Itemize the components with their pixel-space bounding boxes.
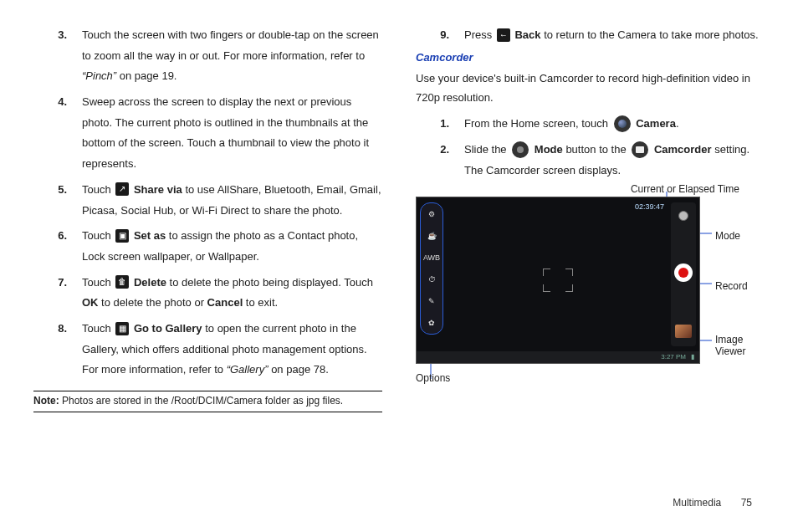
note-rule-top [33, 391, 382, 391]
options-sidebar[interactable]: ⚙☕AWB⏱✎✿ [420, 202, 443, 335]
right-column: 9. Press ← Back to return to the Camera … [416, 25, 765, 416]
footer-page: 75 [741, 497, 752, 509]
sidebar-option-0[interactable]: ⚙ [426, 208, 437, 220]
image-viewer-thumb[interactable] [675, 325, 692, 338]
item-number: 3. [33, 25, 82, 87]
status-clock: 3:27 PM [661, 353, 686, 361]
camcorder-icon [632, 141, 648, 158]
item-number: 7. [33, 273, 82, 314]
left-column: 3.Touch the screen with two fingers or d… [33, 25, 382, 416]
label-image-viewer: ImageViewer [715, 334, 745, 357]
share-icon: ↗ [115, 182, 129, 196]
sidebar-option-4[interactable]: ✎ [426, 295, 437, 307]
elapsed-time: 02:39:47 [635, 202, 664, 211]
list-item: 4.Sweep across the screen to display the… [33, 92, 382, 175]
camcorder-screenshot-wrap: Current or Elapsed Time 02:39:47 ⚙☕AWB⏱✎… [416, 197, 765, 364]
setas-icon: ▣ [115, 229, 129, 243]
item-number: 8. [33, 319, 82, 381]
item-text: From the Home screen, touch Camera. [464, 114, 765, 135]
right-controls [671, 202, 696, 346]
label-record: Record [715, 280, 748, 292]
sidebar-option-2[interactable]: AWB [426, 252, 437, 263]
mode-icon [512, 141, 529, 158]
delete-icon: 🗑 [115, 275, 129, 289]
list-item: 1.From the Home screen, touch Camera. [416, 114, 765, 135]
left-list: 3.Touch the screen with two fingers or d… [33, 25, 382, 381]
item-number: 4. [33, 92, 82, 175]
gallery-icon: ▦ [115, 322, 129, 335]
mode-toggle[interactable] [678, 211, 688, 221]
list-item: 3.Touch the screen with two fingers or d… [33, 25, 382, 87]
camcorder-intro: Use your device's built-in Camcorder to … [416, 69, 765, 108]
record-button[interactable] [674, 263, 693, 282]
list-item: 6.Touch ▣ Set as to assign the photo as … [33, 226, 382, 267]
item-number: 1. [416, 114, 464, 135]
item-text: Touch ↗ Share via to use AllShare, Bluet… [82, 180, 382, 221]
list-item: 2.Slide the Mode button to the Camcorder… [416, 140, 765, 181]
note-rule-bottom [33, 412, 382, 412]
sidebar-option-5[interactable]: ✿ [426, 317, 437, 329]
item-number: 6. [33, 226, 82, 267]
status-bar: 3:27 PM ▮ [417, 351, 699, 363]
step-9-text: Press ← Back to return to the Camera to … [464, 25, 765, 46]
item-text: Touch 🗑 Delete to delete the photo being… [82, 273, 382, 314]
battery-icon: ▮ [691, 353, 694, 361]
sidebar-option-1[interactable]: ☕ [426, 230, 437, 242]
list-item: 8.Touch ▦ Go to Gallery to open the curr… [33, 319, 382, 381]
storage-note: Note: Photos are stored in the /Root/DCI… [33, 395, 382, 407]
item-number: 5. [33, 180, 82, 221]
note-text: Photos are stored in the /Root/DCIM/Came… [62, 395, 343, 407]
label-elapsed: Current or Elapsed Time [631, 183, 739, 195]
label-mode: Mode [715, 230, 740, 242]
note-label: Note: [33, 395, 59, 407]
item-text: Sweep across the screen to display the n… [82, 92, 382, 175]
list-item: 5.Touch ↗ Share via to use AllShare, Blu… [33, 180, 382, 221]
page-footer: Multimedia 75 [673, 497, 752, 509]
footer-section: Multimedia [673, 497, 721, 509]
item-text: Touch the screen with two fingers or dou… [82, 25, 382, 87]
sidebar-option-3[interactable]: ⏱ [426, 274, 437, 285]
camcorder-screenshot: 02:39:47 ⚙☕AWB⏱✎✿ 3:27 PM ▮ [416, 197, 700, 364]
step-9: 9. Press ← Back to return to the Camera … [416, 25, 765, 46]
item-number: 2. [416, 140, 464, 181]
list-item: 7.Touch 🗑 Delete to delete the photo bei… [33, 273, 382, 314]
item-text: Touch ▦ Go to Gallery to open the curren… [82, 319, 382, 381]
camcorder-steps: 1.From the Home screen, touch Camera.2.S… [416, 114, 765, 181]
back-icon: ← [497, 28, 510, 42]
item-text: Touch ▣ Set as to assign the photo as a … [82, 226, 382, 267]
item-text: Slide the Mode button to the Camcorder s… [464, 140, 765, 181]
camera-icon [614, 115, 631, 132]
step-9-num: 9. [416, 25, 464, 46]
label-options: Options [416, 372, 450, 384]
focus-brackets [543, 269, 573, 292]
camcorder-heading: Camcorder [416, 51, 765, 64]
record-icon [678, 268, 688, 278]
